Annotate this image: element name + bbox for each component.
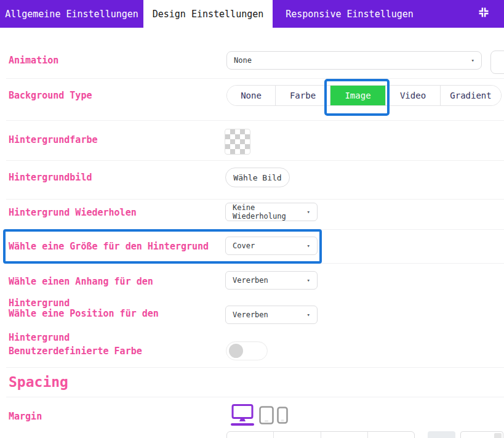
active-device-indicator (231, 423, 254, 426)
background-repeat-select[interactable]: Keine Wiederholung ▾ (225, 203, 318, 221)
background-attachment-value: Vererben (233, 276, 268, 285)
tab-allgemeine-einstellungen[interactable]: Allgemeine Einstellungen (0, 0, 143, 28)
background-attachment-label-line2: Hintergrund (9, 298, 70, 308)
background-type-video-button[interactable]: Video (386, 86, 441, 105)
chevron-down-icon: ▾ (307, 312, 310, 318)
row-divider (6, 397, 504, 397)
background-size-label: Wähle eine Größe für den Hintergrund (9, 241, 209, 251)
background-attachment-select[interactable]: Vererben ▾ (225, 271, 318, 290)
row-divider (6, 78, 504, 79)
animation-aux-control[interactable] (490, 51, 504, 74)
margin-bottom-input[interactable] (321, 432, 368, 438)
row-divider (6, 229, 504, 230)
chevron-down-icon: ▾ (307, 209, 310, 215)
background-color-label: Hintergrundfarbe (9, 135, 98, 145)
tab-bar: Allgemeine Einstellungen Design Einstell… (0, 0, 504, 28)
background-size-value: Cover (233, 241, 255, 250)
device-tablet-button[interactable] (259, 406, 274, 427)
row-divider (6, 120, 504, 121)
background-size-select[interactable]: Cover ▾ (225, 237, 318, 255)
chevron-down-icon: ▾ (307, 278, 310, 283)
background-position-label-line1: Wähle eine Position für den (9, 309, 159, 318)
margin-left-input[interactable] (368, 432, 414, 438)
margin-right-input[interactable] (274, 432, 321, 438)
margin-link-values-button[interactable] (428, 431, 455, 438)
tablet-icon (259, 415, 274, 427)
background-type-gradient-button[interactable]: Gradient (441, 86, 501, 105)
chevron-down-icon: ▾ (307, 243, 310, 249)
animation-select[interactable]: None ▾ (226, 51, 482, 70)
row-divider (6, 160, 504, 161)
margin-unit-stepper[interactable] (494, 433, 502, 438)
row-divider (6, 199, 504, 200)
device-desktop-button[interactable] (230, 404, 255, 425)
background-type-button-group: None Farbe Image Video Gradient (226, 85, 502, 106)
background-image-label: Hintergrundbild (9, 172, 92, 182)
margin-unit-input[interactable] (460, 431, 503, 438)
background-type-farbe-button[interactable]: Farbe (276, 86, 330, 105)
margin-values-input-group (226, 431, 415, 438)
background-type-label: Background Type (9, 91, 92, 100)
row-divider (6, 367, 504, 368)
background-repeat-label: Hintergrund Wiederholen (9, 208, 137, 217)
margin-top-input[interactable] (227, 432, 274, 438)
device-mobile-button[interactable] (277, 407, 288, 426)
background-repeat-value: Keine Wiederholung (233, 203, 307, 221)
spacing-section-title: Spacing (9, 374, 68, 390)
compress-button[interactable] (476, 6, 491, 21)
row-divider (6, 263, 504, 264)
background-type-none-button[interactable]: None (227, 86, 276, 105)
background-position-value: Vererben (233, 310, 268, 319)
chevron-down-icon: ▾ (471, 58, 474, 63)
design-settings-panel: Allgemeine Einstellungen Design Einstell… (0, 0, 504, 438)
background-attachment-label-line1: Wähle einen Anhang für den (9, 277, 153, 286)
background-position-select[interactable]: Vererben ▾ (225, 306, 318, 324)
background-color-swatch[interactable] (225, 129, 250, 155)
mobile-icon (277, 415, 288, 426)
background-type-image-button[interactable]: Image (330, 86, 386, 105)
tab-responsive-einstellungen[interactable]: Responsive Einstellugen (273, 0, 426, 28)
compress-arrows-icon (478, 6, 490, 21)
animation-label: Animation (9, 55, 58, 65)
margin-label: Margin (9, 412, 42, 421)
choose-image-button[interactable]: Wähle Bild (225, 168, 290, 187)
animation-select-value: None (234, 56, 252, 65)
custom-color-toggle[interactable] (226, 341, 268, 360)
custom-color-label: Benutzerdefinierte Farbe (9, 346, 142, 356)
toggle-knob (229, 344, 243, 358)
background-position-label-line2: Hintergrund (9, 333, 70, 343)
tab-design-einstellungen[interactable]: Design Einstellungen (143, 0, 273, 28)
